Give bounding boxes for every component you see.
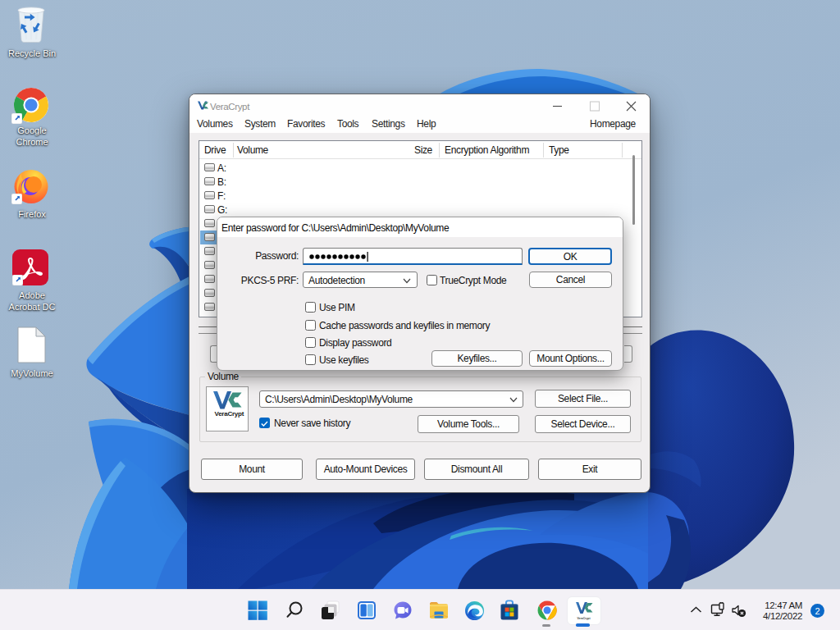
svg-text:VeraCrypt: VeraCrypt (578, 617, 591, 620)
svg-text:VeraCrypt: VeraCrypt (215, 410, 244, 418)
